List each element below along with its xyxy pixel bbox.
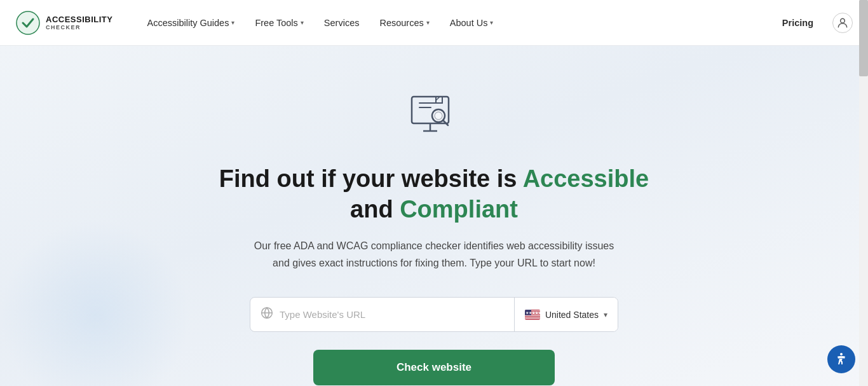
nav-links: Accessibility Guides ▾ Free Tools ▾ Serv… [138,13,773,33]
url-input-box: ★★★★★★ United States ▾ [250,297,618,332]
check-website-button[interactable]: Check website [313,350,555,385]
nav-pricing[interactable]: Pricing [773,13,822,33]
svg-text:★★★★★★: ★★★★★★ [526,311,540,315]
chevron-down-icon: ▾ [426,19,430,26]
us-flag-icon: ★★★★★★ [525,310,540,320]
nav-item-services[interactable]: Services [315,13,369,33]
nav-item-resources[interactable]: Resources ▾ [370,13,438,33]
chevron-down-icon: ▾ [490,19,493,26]
nav-item-about-us[interactable]: About Us ▾ [441,13,503,33]
headline-and: and [350,196,400,223]
svg-rect-15 [525,315,540,315]
url-input[interactable] [280,298,504,331]
headline-accessible: Accessible [523,165,649,192]
globe-icon [261,307,273,322]
hero-headline: Find out if your website is Accessible a… [212,164,656,224]
scrollbar-track[interactable] [859,0,868,386]
user-account-icon[interactable] [832,13,853,33]
nav-item-accessibility-guides[interactable]: Accessibility Guides ▾ [138,13,243,33]
logo-link[interactable]: ACCESSIBILITY CHECKER [15,10,112,36]
svg-rect-17 [525,318,540,319]
headline-compliant: Compliant [400,196,518,223]
logo-sub: CHECKER [46,24,112,31]
chevron-down-icon: ▾ [231,19,234,26]
scrollbar-thumb[interactable] [859,0,868,76]
chevron-down-icon: ▾ [301,19,304,26]
logo-text: ACCESSIBILITY CHECKER [46,15,112,31]
background-blob [0,220,191,386]
nav-item-free-tools[interactable]: Free Tools ▾ [246,13,312,33]
svg-rect-16 [525,317,540,317]
country-chevron-icon: ▾ [604,310,607,319]
country-select[interactable]: ★★★★★★ United States ▾ [515,298,618,331]
accessibility-button[interactable] [827,345,855,373]
svg-point-20 [840,353,843,355]
svg-point-1 [841,18,845,23]
country-label: United States [545,310,599,320]
logo-main: ACCESSIBILITY [46,15,112,24]
logo-icon [15,10,41,36]
hero-section: Find out if your website is Accessible a… [0,46,868,386]
navbar: ACCESSIBILITY CHECKER Accessibility Guid… [0,0,868,46]
url-input-wrap [250,298,515,331]
monitor-search-icon [405,84,463,144]
headline-prefix: Find out if your website is [219,165,523,192]
hero-subtext: Our free ADA and WCAG compliance checker… [254,237,614,272]
svg-point-0 [17,11,39,34]
nav-right: Pricing [773,13,853,33]
